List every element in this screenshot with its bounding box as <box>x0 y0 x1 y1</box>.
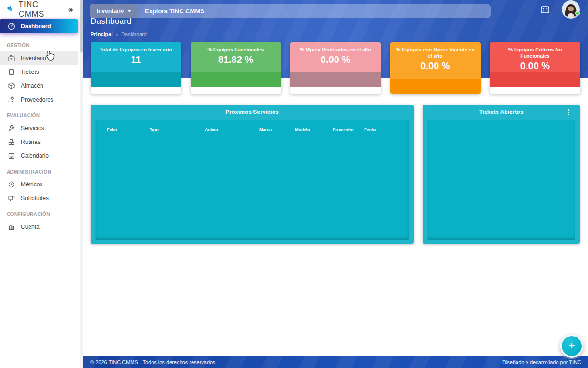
plus-icon: + <box>569 340 575 351</box>
sidebar-item-label: Almacén <box>21 82 43 89</box>
breadcrumb-separator: › <box>116 31 118 37</box>
stat-card: % Equipos Funcionales 81.82 % <box>191 42 281 94</box>
stat-card: % Equipos con Mprev Vigente en el año 0.… <box>390 42 481 94</box>
brand-name: TINC CMMS <box>19 0 66 19</box>
stat-card-footer <box>191 72 281 87</box>
sidebar-section-label: ADMINISTRACIÓN <box>0 163 78 177</box>
stat-card-title: % Equipos con Mprev Vigente en el año <box>390 47 481 59</box>
search-context-label: Inventario <box>97 8 124 14</box>
hand-gear-icon <box>8 96 15 103</box>
sidebar-item-label: Proveedores <box>21 96 53 103</box>
proximos-servicios-panel: Próximos Servicios FolioTipoActivoMarcaM… <box>91 105 414 244</box>
sidebar-scrollbar-thumb[interactable] <box>80 0 83 52</box>
search-context-dropdown[interactable]: Inventario <box>90 4 138 18</box>
stat-card-footer <box>390 79 481 94</box>
monitor-bell-icon <box>8 194 15 202</box>
sidebar-section-label: EVALUACIÓN <box>0 106 78 121</box>
sidebar-item-servicios[interactable]: Servicios <box>0 121 78 135</box>
sidebar-item-cuenta[interactable]: Cuenta <box>0 220 78 234</box>
column-header-fecha: Fecha <box>364 127 409 132</box>
sidebar-item-almacen[interactable]: Almacén <box>0 79 78 92</box>
sidebar-item-label: Cuenta <box>21 224 40 230</box>
tickets-options-button[interactable] <box>565 108 572 116</box>
breadcrumb-principal[interactable]: Principal <box>91 31 112 37</box>
chevron-down-icon <box>127 10 131 12</box>
breadcrumb-current: Dashboard <box>121 31 147 37</box>
stat-card: % Equipos Críticos No Funcionales 0.00 % <box>490 42 580 94</box>
sidebar-item-label: Inventario <box>21 55 46 61</box>
building-icon <box>8 223 15 231</box>
stat-card-value: 0.00 % <box>321 54 350 65</box>
table-header-row: FolioTipoActivoMarcaModeloProveedorFecha <box>95 120 409 132</box>
sidebar-item-dashboard[interactable]: Dashboard <box>0 19 78 33</box>
kebab-dot <box>568 114 569 115</box>
stat-card-value: 81.82 % <box>218 54 253 65</box>
sidebar-item-label: Métricos <box>21 181 42 188</box>
speedometer-icon <box>8 22 15 30</box>
stat-card-title: Total de Equipos en Inventario <box>96 47 176 53</box>
fullscreen-button[interactable] <box>540 4 550 15</box>
sidebar: TINC CMMS ◉ Dashboard GESTIÓNInventarioT… <box>0 0 83 368</box>
footer-credit: Diseñado y desarrollado por TINC <box>502 359 581 365</box>
gauge-icon <box>8 181 15 188</box>
kebab-dot <box>568 109 569 111</box>
stat-card-main: % Equipos Funcionales 81.82 % <box>191 42 281 72</box>
sidebar-item-solicitudes[interactable]: Solicitudes <box>0 191 78 205</box>
sidebar-item-label: Solicitudes <box>21 195 49 202</box>
stat-cards-row: Total de Equipos en Inventario 11 % Equi… <box>91 42 580 94</box>
footer: © 2026 TINC CMMS - Todos los derechos re… <box>83 356 588 368</box>
sidebar-item-proveedores[interactable]: Proveedores <box>0 92 78 106</box>
stat-card-value: 11 <box>131 54 141 65</box>
brand-logo-icon <box>6 6 15 13</box>
add-button[interactable]: + <box>560 335 583 358</box>
sidebar-item-label: Calendario <box>21 153 49 159</box>
sidebar-section-label: GESTIÓN <box>0 36 78 51</box>
search-input[interactable] <box>138 4 491 18</box>
user-avatar[interactable] <box>563 1 579 18</box>
stat-card-value: 0.00 % <box>520 61 550 72</box>
page-title: Dashboard <box>91 17 132 26</box>
header-actions <box>540 0 588 19</box>
stat-card-main: % Mprev Realizados en el año 0.00 % <box>290 42 381 72</box>
sidebar-item-tickets[interactable]: Tickets <box>0 65 78 79</box>
column-header-activo: Activo <box>205 127 259 132</box>
package-icon <box>8 82 15 90</box>
sidebar-item-calendario[interactable]: Calendario <box>0 149 78 163</box>
stat-card-title: % Equipos Funcionales <box>204 47 268 53</box>
fullscreen-icon <box>541 6 549 13</box>
column-header-folio: Folio <box>107 127 150 132</box>
column-header-modelo: Modelo <box>295 127 333 132</box>
global-search-bar: Inventario <box>90 4 491 18</box>
stat-card-main: Total de Equipos en Inventario 11 <box>91 42 181 72</box>
sidebar-item-rutinas[interactable]: Rutinas <box>0 135 78 149</box>
sidebar-item-label: Dashboard <box>21 23 51 30</box>
sidebar-item-label: Rutinas <box>21 139 41 145</box>
tickets-list-area <box>427 120 575 240</box>
stat-card-footer <box>490 72 580 87</box>
online-status-dot <box>575 11 580 16</box>
column-header-marca: Marca <box>259 127 295 132</box>
proximos-servicios-table: FolioTipoActivoMarcaModeloProveedorFecha <box>95 120 409 240</box>
sidebar-item-inventario[interactable]: Inventario <box>0 51 78 65</box>
footer-copyright: © 2026 TINC CMMS - Todos los derechos re… <box>90 359 217 365</box>
cubes-icon <box>8 138 15 146</box>
stat-card-title: % Mprev Realizados en el año <box>296 47 375 53</box>
stat-card-footer <box>91 72 181 87</box>
brand-row: TINC CMMS ◉ <box>0 0 80 19</box>
sidebar-item-metricos[interactable]: Métricos <box>0 177 78 191</box>
sidebar-collapse-toggle-icon[interactable]: ◉ <box>66 5 75 14</box>
stat-card-main: % Equipos con Mprev Vigente en el año 0.… <box>390 42 481 79</box>
stat-card: % Mprev Realizados en el año 0.00 % <box>290 42 381 94</box>
breadcrumb: Principal › Dashboard <box>91 31 147 37</box>
calendar-icon <box>8 152 15 160</box>
toolbox-icon <box>8 54 15 62</box>
sidebar-sections: GESTIÓNInventarioTicketsAlmacénProveedor… <box>0 36 78 234</box>
sidebar-item-label: Tickets <box>21 69 39 75</box>
stat-card-main: % Equipos Críticos No Funcionales 0.00 % <box>490 42 580 72</box>
column-header-proveedor: Proveedor <box>333 127 364 132</box>
ticket-icon <box>8 68 15 76</box>
sidebar-item-label: Servicios <box>21 125 44 132</box>
stat-card: Total de Equipos en Inventario 11 <box>91 42 181 94</box>
sidebar-scrollbar[interactable] <box>80 0 83 368</box>
stat-card-title: % Equipos Críticos No Funcionales <box>490 47 580 59</box>
